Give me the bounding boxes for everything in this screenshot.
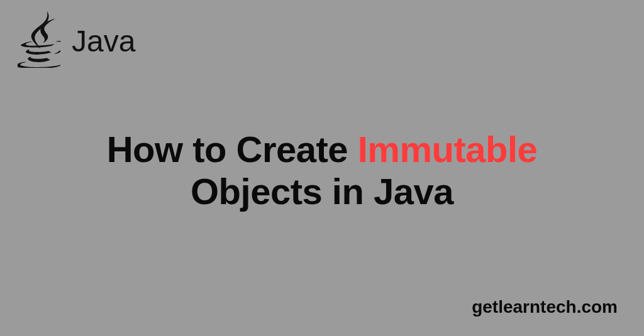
title-prefix: How to Create bbox=[107, 129, 358, 170]
title-suffix: Objects in Java bbox=[191, 171, 453, 212]
java-cup-icon bbox=[18, 11, 60, 70]
logo-container: Java bbox=[18, 11, 135, 70]
title-highlight: Immutable bbox=[358, 129, 538, 170]
page-title: How to Create Immutable Objects in Java bbox=[38, 129, 606, 212]
logo-text: Java bbox=[72, 24, 135, 58]
footer-site: getlearntech.com bbox=[472, 297, 618, 317]
title-container: How to Create Immutable Objects in Java bbox=[0, 129, 644, 212]
